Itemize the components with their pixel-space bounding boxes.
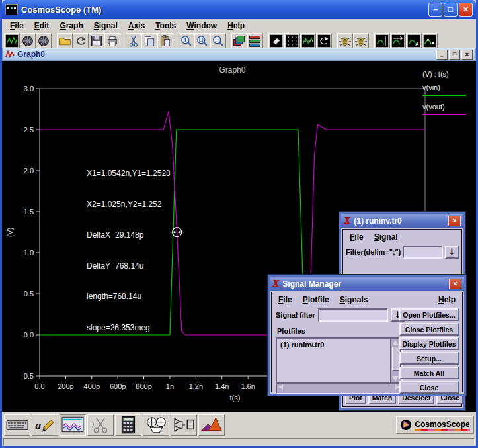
keyboard-icon — [6, 416, 28, 434]
graph0-window-icon — [5, 50, 15, 58]
filter-dropdown-button[interactable]: ↓ — [445, 246, 459, 259]
wheel-pan-button[interactable] — [36, 33, 52, 49]
measure-grid-button[interactable] — [300, 33, 316, 49]
chart-title: Graph0 — [219, 66, 245, 75]
measure-point-button[interactable] — [422, 33, 438, 49]
match-all-button[interactable]: Match All — [399, 367, 459, 379]
plotfiles-hscrollbar[interactable] — [276, 382, 403, 394]
menu-graph[interactable]: Graph — [54, 21, 88, 31]
graph0-restore-button[interactable]: □ — [449, 50, 460, 60]
svg-text:a: a — [35, 419, 41, 432]
toolbar-separator — [263, 32, 268, 49]
menu-help[interactable]: Help — [222, 21, 250, 31]
y-axis-label: (V) — [6, 228, 14, 238]
annotate-button[interactable]: a — [32, 414, 58, 436]
cosmosscope-logo-icon — [400, 418, 412, 431]
menu-signal[interactable]: Signal — [89, 21, 123, 31]
zoom-out-button[interactable] — [210, 33, 226, 49]
probe-edit-button[interactable] — [353, 33, 369, 49]
minimize-button[interactable]: – — [428, 3, 442, 17]
dialog-x-icon: X — [344, 216, 350, 226]
erase-button[interactable] — [268, 33, 284, 49]
graph0-close-button[interactable]: × — [461, 50, 473, 60]
svg-text:A: A — [415, 40, 419, 47]
display-plotfiles-button[interactable]: Display Plotfiles — [399, 337, 459, 350]
copy-button[interactable] — [141, 33, 157, 49]
menu-tools[interactable]: Tools — [150, 21, 181, 31]
wheel-zoom-button[interactable] — [20, 33, 36, 49]
measure-marker-button[interactable] — [374, 33, 390, 49]
x-axis-label: t(s) — [229, 394, 240, 402]
sm-menu-plotfile[interactable]: Plotfile — [303, 295, 329, 304]
measure-delta-button[interactable] — [390, 33, 406, 49]
cut-button[interactable] — [126, 33, 141, 49]
plot-legend: (V) : t(s) v(vin) v(vout) — [422, 70, 473, 122]
recorder-button[interactable] — [143, 414, 169, 436]
undo-button[interactable] — [73, 33, 89, 49]
keyboard-button[interactable] — [4, 414, 30, 436]
x-tick-label: 200p — [58, 382, 73, 390]
signal-flow-button[interactable] — [171, 414, 197, 436]
legend-entry-vin[interactable]: v(vin) — [422, 83, 473, 96]
paste-button[interactable] — [157, 33, 173, 49]
runinv-menu-signal[interactable]: Signal — [374, 232, 398, 242]
open-plotfiles-button[interactable]: Open Plotfiles... — [399, 308, 459, 321]
waveform-viewer-button[interactable] — [60, 414, 86, 436]
zoom-area-button[interactable] — [194, 33, 210, 49]
matlab-button[interactable] — [198, 414, 225, 436]
signal-manager-title-bar[interactable]: X Signal Manager × — [270, 277, 464, 291]
toolbar-separator — [120, 32, 126, 49]
measure-level-icon: A — [407, 34, 420, 48]
redraw-button[interactable] — [316, 33, 332, 49]
graph0-minimize-button[interactable]: _ — [436, 50, 448, 60]
signal-manager-close-button[interactable]: × — [449, 279, 461, 289]
legend-header: (V) : t(s) — [422, 70, 473, 78]
maximize-button[interactable]: □ — [444, 3, 458, 17]
list-item-runinv[interactable]: (1) runinv.tr0 — [277, 339, 401, 351]
runinv-title-bar[interactable]: X (1) runinv.tr0 × — [341, 214, 463, 228]
active-graph-icon — [5, 34, 19, 48]
cosmosscope-logo-button[interactable]: CosmosScope — [396, 416, 474, 434]
calculator-button[interactable] — [115, 414, 141, 436]
print-button[interactable] — [104, 33, 120, 49]
runinv-close-button[interactable]: × — [448, 216, 461, 226]
signal-filter-input[interactable] — [318, 308, 388, 322]
graph0-title-bar[interactable]: Graph0 _ □ × — [2, 48, 476, 61]
x-tick-label: 400p — [84, 382, 100, 390]
save-button[interactable] — [89, 33, 104, 49]
redraw-icon — [317, 34, 331, 48]
title-bar[interactable]: CosmosScope (TM) – □ × — [2, 0, 476, 19]
waveform-viewer-icon — [61, 416, 84, 434]
filter-input[interactable] — [403, 246, 443, 259]
menu-file[interactable]: File — [5, 21, 29, 31]
sm-menu-help[interactable]: Help — [438, 295, 456, 304]
measure-level-button[interactable]: A — [406, 33, 422, 49]
x-tick-label: 0.0 — [34, 382, 44, 390]
graph0-window-title: Graph0 — [17, 50, 45, 59]
x-tick-label: 1.6n — [241, 382, 255, 390]
stack-graphs-button[interactable] — [231, 33, 247, 49]
close-manager-button[interactable]: Close — [399, 381, 459, 394]
sm-menu-file[interactable]: File — [278, 295, 292, 304]
close-button[interactable]: × — [459, 3, 473, 17]
zoom-in-button[interactable] — [179, 33, 194, 49]
menu-edit[interactable]: Edit — [29, 21, 55, 31]
y-tick-label: 2.5 — [24, 126, 34, 134]
open-plotfile-button[interactable] — [57, 33, 73, 49]
grid-button[interactable] — [284, 33, 300, 49]
menu-axis[interactable]: Axis — [123, 21, 150, 31]
runinv-menu-file[interactable]: File — [350, 232, 364, 242]
probe-tool-icon — [89, 416, 112, 434]
overlay-graphs-button[interactable] — [247, 33, 263, 49]
toolbar-separator — [369, 32, 374, 49]
y-tick-label: 1.5 — [24, 208, 34, 216]
legend-entry-vout[interactable]: v(vout) — [422, 103, 473, 115]
probe-button[interactable] — [337, 33, 353, 49]
setup-button[interactable]: Setup... — [399, 352, 459, 365]
sm-menu-signals[interactable]: Signals — [340, 295, 368, 304]
close-plotfiles-button[interactable]: Close Plotfiles — [399, 323, 459, 336]
menu-window[interactable]: Window — [181, 21, 222, 31]
plotfiles-list[interactable]: (1) runinv.tr0 — [276, 337, 403, 384]
probe-tool-button[interactable] — [87, 414, 114, 436]
active-graph-button[interactable] — [4, 33, 20, 49]
